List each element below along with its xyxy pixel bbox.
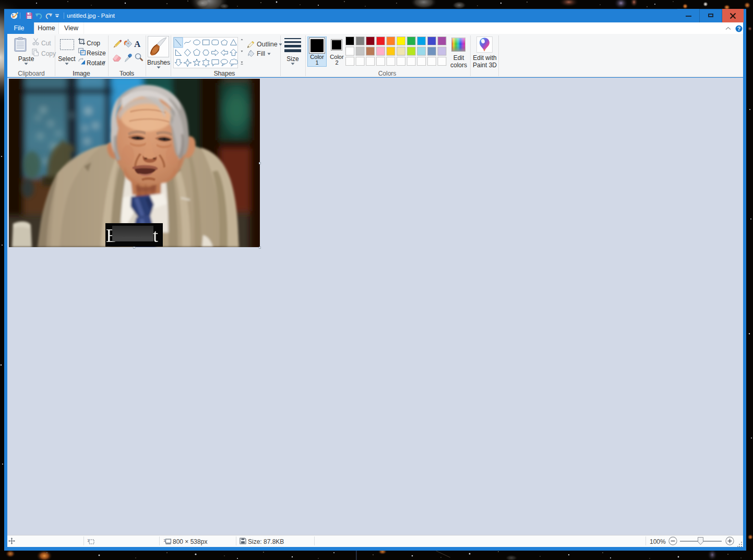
svg-text:A: A: [134, 39, 141, 49]
svg-text:t: t: [153, 225, 158, 246]
svg-text:?: ?: [737, 26, 740, 32]
